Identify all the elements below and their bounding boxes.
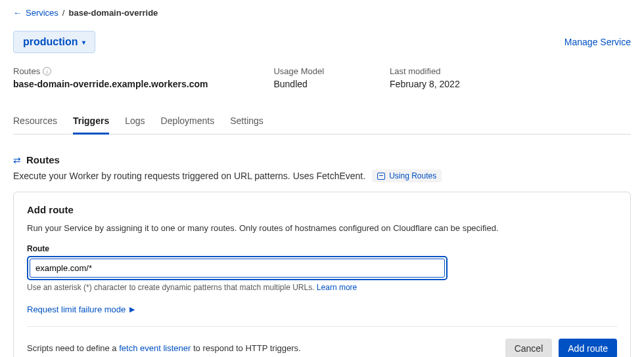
route-helper-text: Use an asterisk (*) character to create … [27, 283, 315, 292]
routes-meta-label: Routes [13, 66, 40, 76]
breadcrumb: ← Services / base-domain-override [13, 8, 631, 18]
panel-desc: Run your Service by assigning it to one … [27, 222, 617, 235]
back-arrow-icon[interactable]: ← [13, 8, 22, 18]
manage-service-link[interactable]: Manage Service [564, 37, 631, 47]
fetch-listener-link[interactable]: fetch event listener [119, 343, 191, 353]
tabs: Resources Triggers Logs Deployments Sett… [13, 109, 631, 135]
learn-more-link[interactable]: Learn more [317, 283, 357, 292]
modified-meta-label: Last modified [390, 66, 460, 76]
add-route-panel: Add route Run your Service by assigning … [13, 192, 631, 357]
tab-settings[interactable]: Settings [230, 109, 264, 135]
routes-meta-value: base-domain-override.example.workers.com [13, 79, 208, 89]
tab-resources[interactable]: Resources [13, 109, 57, 135]
panel-title: Add route [27, 204, 617, 215]
chevron-down-icon: ▾ [82, 39, 85, 46]
tab-deployments[interactable]: Deployments [161, 109, 215, 135]
cancel-button[interactable]: Cancel [505, 339, 553, 358]
request-limit-toggle[interactable]: Request limit failure mode ▶ [27, 304, 135, 314]
breadcrumb-current: base-domain-override [68, 8, 158, 18]
route-input[interactable] [30, 259, 445, 278]
routes-section-title: Routes [26, 154, 60, 165]
breadcrumb-services-link[interactable]: Services [26, 8, 58, 18]
chevron-right-icon: ▶ [129, 305, 135, 314]
breadcrumb-sep: / [62, 8, 65, 18]
swap-icon: ⇄ [13, 156, 21, 165]
doc-chip-label: Using Routes [389, 171, 436, 180]
usage-meta-value: Bundled [273, 79, 324, 89]
route-field-label: Route [27, 244, 617, 253]
divider [27, 326, 617, 327]
usage-meta-label: Usage Model [273, 66, 324, 76]
environment-label: production [23, 36, 78, 48]
request-limit-label: Request limit failure mode [27, 304, 126, 314]
footer-text: Scripts need to define a fetch event lis… [27, 343, 301, 353]
routes-section-desc: Execute your Worker by routing requests … [13, 171, 365, 181]
doc-icon [377, 173, 385, 180]
environment-dropdown[interactable]: production ▾ [13, 31, 95, 53]
using-routes-doc-link[interactable]: Using Routes [372, 169, 442, 182]
tab-triggers[interactable]: Triggers [73, 109, 109, 135]
tab-logs[interactable]: Logs [125, 109, 145, 135]
meta-row: Routes i base-domain-override.example.wo… [13, 66, 631, 89]
info-icon[interactable]: i [43, 67, 51, 75]
modified-meta-value: February 8, 2022 [390, 79, 460, 89]
add-route-button[interactable]: Add route [559, 339, 617, 358]
